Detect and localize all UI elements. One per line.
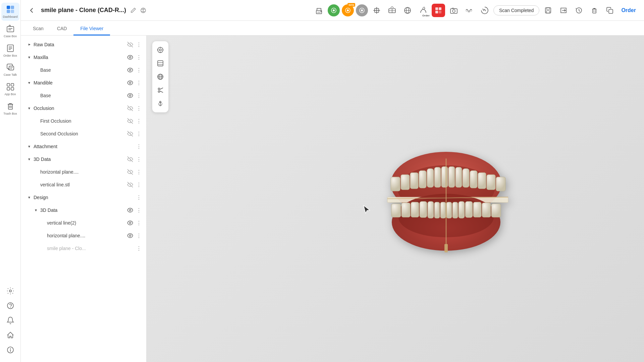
more-3d-data-2[interactable]: ⋮ [136,206,142,214]
sidebar-item-casetalk[interactable]: Case Talk [1,61,19,79]
chevron-mandible[interactable]: ▾ [26,80,32,86]
tab-file-viewer[interactable]: File Viewer [73,22,110,36]
wave-icon-button[interactable] [463,4,476,17]
tree-item-3d-data-2[interactable]: ▾ 3D Data ⋮ [21,204,146,217]
more-maxilla-base[interactable]: ⋮ [136,66,142,74]
more-vertical-line-2[interactable]: ⋮ [136,219,142,227]
tree-item-design[interactable]: ▾ Design ⋮ [21,191,146,204]
appbox-icon [6,82,15,92]
copy-icon-button[interactable] [603,4,616,17]
beta-button[interactable]: beta [342,4,354,16]
tree-item-vertical-line[interactable]: vertical line.stl ⋮ [21,178,146,191]
eye-off-horizontal-plane[interactable] [126,168,134,176]
tree-item-horizontal-plane[interactable]: horizontal plane.... ⋮ [21,166,146,178]
tree-item-first-occlusion[interactable]: First Occlusion ⋮ [21,115,146,127]
sidebar-item-casebox[interactable]: Case Box [1,22,19,40]
sidebar-item-notifications[interactable] [1,314,19,327]
share-icon-button[interactable] [557,4,570,17]
tree-item-attachment[interactable]: ▾ Attachment ⋮ [21,140,146,153]
more-horizontal-plane[interactable]: ⋮ [136,168,142,176]
eye-3d-data-2[interactable] [126,206,134,214]
tab-scan[interactable]: Scan [26,22,50,36]
sidebar-item-help[interactable] [1,299,19,312]
back-button[interactable] [26,5,37,16]
chevron-occlusion[interactable]: ▾ [26,105,32,111]
chevron-3d-data-2[interactable]: ▾ [33,207,39,213]
target-button[interactable] [154,44,166,56]
sidebar-item-home[interactable] [1,328,19,342]
sidebar-item-settings[interactable] [1,284,19,298]
tree-item-raw-data[interactable]: ▾ Raw Data ⋮ [21,38,146,51]
scan-completed-button[interactable]: Scan Completed [493,5,540,15]
sidebar-item-orderbox[interactable]: Order Box [1,42,19,60]
chevron-raw-data[interactable]: ▾ [26,42,32,48]
more-attachment[interactable]: ⋮ [136,142,142,150]
eye-vertical-line-2[interactable] [126,219,134,227]
tree-item-mandible[interactable]: ▾ Mandible ⋮ [21,76,146,89]
crosshair-icon-button[interactable] [370,4,383,17]
tree-item-mandible-base[interactable]: Base ⋮ [21,89,146,102]
sidebar-item-trashbox[interactable]: Trash Box [1,100,19,118]
sphere-button[interactable] [154,71,166,83]
chevron-maxilla[interactable]: ▾ [26,54,32,60]
save-icon-button[interactable] [541,4,555,17]
eye-off-second-occlusion[interactable] [126,130,134,138]
more-first-occlusion[interactable]: ⋮ [136,117,142,125]
chevron-attachment[interactable]: ▾ [26,143,32,149]
eye-horizontal-plane-2[interactable] [126,232,134,240]
more-raw-data[interactable]: ⋮ [136,41,142,49]
sidebar-item-appbox[interactable]: App Box [1,80,19,98]
edit-title-button[interactable] [130,7,136,13]
sidebar-item-info[interactable] [1,343,19,357]
order-button[interactable]: Order [619,7,639,13]
grid-red-button[interactable] [432,4,445,17]
eye-maxilla-base[interactable] [126,66,134,74]
anchor-button[interactable] [154,98,166,110]
tree-item-second-occlusion[interactable]: Second Occlusion ⋮ [21,127,146,140]
eye-off-raw-data[interactable] [126,41,134,49]
eye-maxilla[interactable] [126,53,134,61]
orderbox-icon [6,44,15,53]
printer-icon-button[interactable] [312,4,326,17]
status-green-button[interactable] [328,4,340,16]
layers-button[interactable] [154,57,166,69]
more-3d-data-1[interactable]: ⋮ [136,155,142,163]
more-mandible[interactable]: ⋮ [136,79,142,87]
chevron-3d-data-1[interactable]: ▾ [26,156,32,162]
tree-item-smile-plane[interactable]: smile plane - Clo... ⋮ [21,242,146,255]
more-design[interactable]: ⋮ [136,193,142,201]
eye-off-occlusion[interactable] [126,104,134,112]
more-mandible-base[interactable]: ⋮ [136,92,142,100]
tree-item-3d-data-1[interactable]: ▾ 3D Data ⋮ [21,153,146,166]
more-vertical-line[interactable]: ⋮ [136,181,142,189]
eye-mandible-base[interactable] [126,92,134,100]
tree-item-horizontal-plane-2[interactable]: horizontal plane.... ⋮ [21,229,146,242]
more-horizontal-plane-2[interactable]: ⋮ [136,232,142,240]
more-maxilla[interactable]: ⋮ [136,53,142,61]
scissors-button[interactable] [154,84,166,96]
viewport[interactable] [147,36,644,362]
texture-icon-button[interactable] [401,4,414,17]
more-smile-plane[interactable]: ⋮ [136,244,142,252]
status-gray-button[interactable] [356,4,368,16]
eye-off-vertical-line[interactable] [126,181,134,189]
tree-item-vertical-line-2[interactable]: vertical line(2) ⋮ [21,217,146,229]
history-icon-button[interactable] [572,4,586,17]
sidebar-item-dashboard[interactable]: Dashboard [1,3,19,21]
eye-off-3d-data-1[interactable] [126,155,134,163]
camera-icon-button[interactable] [447,4,461,17]
tree-item-maxilla-base[interactable]: Base ⋮ [21,64,146,76]
eye-off-first-occlusion[interactable] [126,117,134,125]
chevron-design[interactable]: ▾ [26,194,32,200]
more-second-occlusion[interactable]: ⋮ [136,130,142,138]
tree-item-occlusion[interactable]: ▾ Occlusion ⋮ [21,102,146,115]
order-dino-button[interactable]: Order [416,4,430,17]
eye-mandible[interactable] [126,79,134,87]
tree-item-maxilla[interactable]: ▾ Maxilla ⋮ [21,51,146,64]
tab-cad[interactable]: CAD [50,22,74,36]
link-icon-button[interactable] [140,7,146,13]
view-icon-button[interactable] [385,4,399,17]
more-occlusion[interactable]: ⋮ [136,104,142,112]
extra-icon-button[interactable] [478,4,491,17]
delete-icon-button[interactable] [588,4,601,17]
